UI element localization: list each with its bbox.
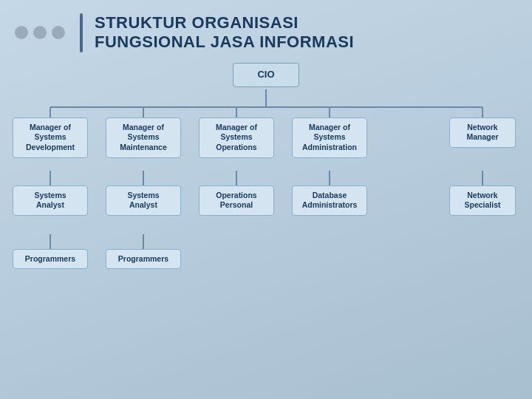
- chart-container: CIO Manager ofSystemsDevelopment Manager…: [12, 63, 520, 336]
- l3-node-0: Programmers: [13, 249, 88, 270]
- title-line2: FUNGSIONAL JASA INFORMASI: [95, 33, 354, 52]
- l1-node-1: Manager ofSystemsMaintenance: [106, 117, 181, 158]
- cio-label: CIO: [233, 63, 299, 87]
- header-divider: [80, 13, 83, 52]
- l2-node-2: OperationsPersonal: [199, 185, 274, 216]
- header-title: STRUKTUR ORGANISASI FUNGSIONAL JASA INFO…: [95, 13, 354, 52]
- org-chart: CIO Manager ofSystemsDevelopment Manager…: [0, 63, 532, 399]
- l2-node-3: DatabaseAdministrators: [292, 185, 367, 216]
- page-wrapper: STRUKTUR ORGANISASI FUNGSIONAL JASA INFO…: [0, 0, 532, 399]
- l1-node-4: NetworkManager: [449, 117, 516, 148]
- cio-node: CIO: [233, 63, 299, 87]
- l1-node-2: Manager ofSystemsOperations: [199, 117, 274, 158]
- l3-node-1: Programmers: [106, 249, 181, 270]
- l2-node-1: SystemsAnalyst: [106, 185, 181, 216]
- title-line1: STRUKTUR ORGANISASI: [95, 13, 354, 33]
- l1-node-3: Manager ofSystemsAdministration: [292, 117, 367, 158]
- header: STRUKTUR ORGANISASI FUNGSIONAL JASA INFO…: [0, 0, 532, 63]
- dot-3: [52, 26, 65, 39]
- dot-1: [15, 26, 28, 39]
- header-dots: [15, 13, 68, 52]
- l2-node-4: NetworkSpecialist: [449, 185, 516, 216]
- l1-node-0: Manager ofSystemsDevelopment: [13, 117, 88, 158]
- l2-node-0: SystemsAnalyst: [13, 185, 88, 216]
- dot-2: [33, 26, 47, 39]
